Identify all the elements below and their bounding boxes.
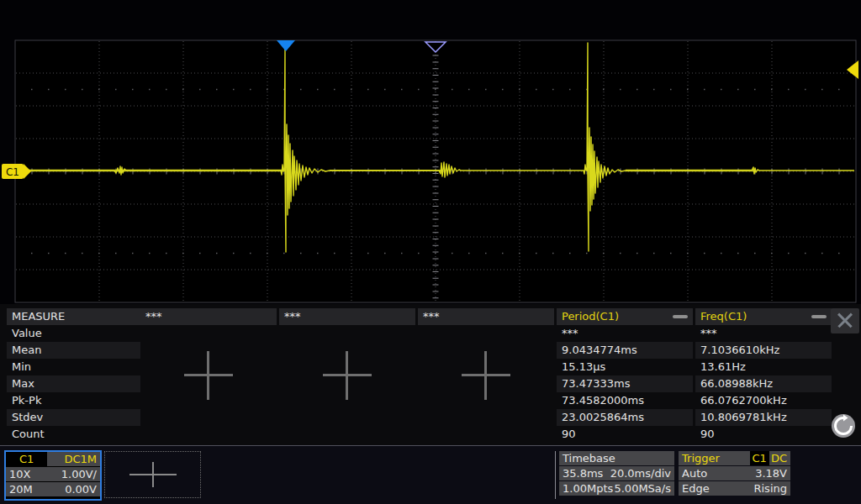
measure-column-period: Period(C1) *** 9.0434774ms 15.13µs 73.47… [557,308,693,444]
measure-row-label: Stdev [7,409,140,426]
add-measurement-icon[interactable] [184,351,233,400]
trigger-type-row: Edge Rising [679,481,790,496]
measure-value: 66.08988kHz [695,375,832,392]
measure-label-column: MEASURE Value Mean Min Max Pk-Pk Stdev C… [7,308,140,444]
trigger-source: C1 [750,451,769,465]
channel-tag-label: C1 [6,166,19,178]
timebase-descriptor-box[interactable]: Timebase 35.8ms 20.0ms/div 1.00Mpts 5.00… [559,451,674,496]
measure-value: *** [695,325,832,342]
measure-slot-header: *** [140,308,277,325]
trigger-slope: Rising [753,481,787,496]
measure-column-header[interactable]: Period(C1) [557,308,693,325]
timebase-scale-row: 35.8ms 20.0ms/div [559,466,674,480]
trigger-coupling: DC [771,451,787,465]
measure-column-header[interactable]: Freq(C1) [695,308,832,325]
reset-statistics-button[interactable] [830,412,857,439]
measure-row-label: Value [7,325,140,342]
add-measurement-icon[interactable] [323,351,372,400]
measure-value: 73.47333ms [557,375,693,392]
measure-value: 73.4582000ms [557,392,693,409]
channel-header-row: C1 DC1M [6,452,100,466]
status-bar: C1 DC1M 10X 1.00V/ 20M 0.00V Timebase [0,445,861,504]
divider [555,451,556,499]
channel-offset-row: 20M 0.00V [6,482,100,496]
measure-value: 66.0762700kHz [695,392,832,409]
measure-panel: MEASURE Value Mean Min Max Pk-Pk Stdev C… [0,304,861,445]
channel-name: C1 [6,452,47,466]
channel-offset: 0.00V [65,482,97,496]
measure-header-label: Period(C1) [562,310,619,323]
measure-value: 15.13µs [557,359,693,375]
channel-bandwidth: 20M [9,482,33,496]
measure-value: 23.0025864ms [557,409,693,426]
measure-row-label: Pk-Pk [7,392,140,409]
trigger-mode-row: Auto 3.18V [679,466,790,480]
waveform-display[interactable]: C1 [0,0,861,307]
trigger-type: Edge [682,481,710,496]
measure-slot-header: *** [418,308,554,325]
measure-value: 90 [557,426,693,443]
trigger-header-row: Trigger C1 DC [679,451,790,465]
close-icon[interactable] [831,308,859,333]
trigger-descriptor-box[interactable]: Trigger C1 DC Auto 3.18V Edge Rising [679,451,790,496]
add-channel-icon [129,462,177,487]
measure-header-label: Freq(C1) [700,310,747,323]
remove-measurement-button[interactable] [811,315,827,318]
trigger-level: 3.18V [755,466,787,480]
measure-title: MEASURE [7,308,140,325]
measure-value: 13.61Hz [695,359,832,375]
measure-value: 9.0434774ms [557,342,693,359]
timebase-acquisition-row: 1.00Mpts 5.00MSa/s [559,481,674,496]
timebase-title: Timebase [559,451,674,465]
timebase-delay: 35.8ms [563,466,603,480]
measure-row-label: Max [7,375,140,392]
oscilloscope-screen: C1 MEASURE Value Mean Min Max Pk-Pk Stde… [0,0,861,504]
add-measurement-icon[interactable] [462,351,510,400]
measure-row-label: Min [7,359,140,375]
measure-slot-2[interactable]: *** [279,308,415,444]
channel1-descriptor-box[interactable]: C1 DC1M 10X 1.00V/ 20M 0.00V [4,450,102,501]
trigger-mode: Auto [682,466,707,480]
measure-value: 10.8069781kHz [695,409,832,426]
add-channel-box[interactable] [104,451,201,498]
measure-slot-header: *** [279,308,415,325]
measure-value: 90 [695,426,832,443]
measure-value: *** [557,325,693,342]
channel-vscale: 1.00V/ [61,467,97,481]
timebase-samplerate: 5.00MSa/s [614,481,671,496]
channel-scale-row: 10X 1.00V/ [6,467,100,481]
measure-value: 7.1036610kHz [695,342,832,359]
measure-column-freq: Freq(C1) *** 7.1036610kHz 13.61Hz 66.089… [695,308,832,444]
channel-coupling: DC1M [47,452,100,466]
timebase-scale: 20.0ms/div [610,466,671,480]
measure-slot-3[interactable]: *** [418,308,554,444]
channel-atten: 10X [9,467,30,481]
trigger-title: Trigger [682,451,720,465]
timebase-memory: 1.00Mpts [563,481,613,496]
measure-row-label: Count [7,426,140,443]
remove-measurement-button[interactable] [673,315,688,318]
refresh-icon [830,412,857,439]
measure-row-label: Mean [7,342,140,359]
measure-slot-1[interactable]: *** [140,308,277,444]
